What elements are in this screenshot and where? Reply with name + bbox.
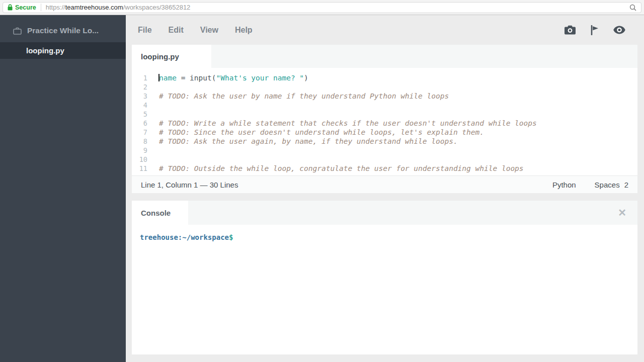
- file-list: looping.py: [0, 42, 126, 59]
- token-string: "What's your name? ": [216, 74, 304, 82]
- token-ident: name: [159, 74, 177, 82]
- main-panel: FileEditViewHelp: [126, 15, 644, 362]
- code-line-11[interactable]: 11# TODO: Outside the while loop, congra…: [132, 164, 637, 173]
- text-cursor: [158, 74, 159, 81]
- code-line-6[interactable]: 6# TODO: Write a while statement that ch…: [132, 119, 637, 128]
- menu-help[interactable]: Help: [235, 26, 253, 35]
- line-number: 9: [132, 146, 147, 155]
- terminal-prompt: treehouse:~/workspace: [140, 233, 229, 241]
- lock-icon: [8, 4, 13, 11]
- token-plain: = input(: [177, 74, 216, 82]
- file-item-looping.py[interactable]: looping.py: [0, 42, 126, 59]
- secure-label: Secure: [15, 4, 36, 11]
- code-line-3[interactable]: 3# TODO: Ask the user by name if they un…: [132, 92, 637, 101]
- line-number: 8: [132, 137, 147, 146]
- treehouse-workspace: { "browser": { "secure_label": "Secure",…: [0, 0, 644, 362]
- eye-icon[interactable]: [613, 26, 625, 34]
- code-editor[interactable]: 1name = input("What's your name? ")23# T…: [132, 68, 637, 175]
- zoom-icon[interactable]: [629, 4, 636, 11]
- menu-bar: FileEditViewHelp: [126, 15, 644, 45]
- project-icon: [13, 27, 22, 35]
- code-line-4[interactable]: 4: [132, 101, 637, 110]
- line-number: 2: [132, 82, 147, 92]
- code-line-1[interactable]: 1name = input("What's your name? "): [132, 73, 637, 82]
- editor-tab-bar: looping.py: [132, 45, 637, 68]
- indent-size: 2: [624, 180, 628, 189]
- pointer-flag-icon[interactable]: [590, 25, 599, 35]
- token-comment: # TODO: Since the user doesn't understan…: [159, 128, 484, 136]
- indent-type: Spaces: [595, 180, 620, 189]
- code-text: # TODO: Write a while statement that che…: [159, 119, 537, 128]
- menu-icon-group: [565, 25, 632, 35]
- editor-tab-looping-py[interactable]: looping.py: [132, 45, 211, 68]
- camera-icon[interactable]: [565, 25, 576, 35]
- line-number: 3: [132, 92, 147, 101]
- console-close-icon[interactable]: ✕: [618, 208, 626, 218]
- code-text: # TODO: Ask the user by name if they und…: [159, 92, 449, 101]
- code-line-9[interactable]: 9: [132, 146, 637, 155]
- code-line-10[interactable]: 10: [132, 155, 637, 164]
- code-text: name = input("What's your name? "): [159, 73, 308, 82]
- token-comment: # TODO: Ask the user again, by name, if …: [159, 137, 458, 145]
- token-comment: # TODO: Ask the user by name if they und…: [159, 92, 449, 100]
- console-panel: Console ✕ treehouse:~/workspace$: [132, 201, 637, 354]
- code-line-2[interactable]: 2: [132, 82, 637, 92]
- project-folder[interactable]: Practice While Lo...: [0, 23, 126, 42]
- project-name: Practice While Lo...: [27, 26, 99, 35]
- menu-items: FileEditViewHelp: [138, 26, 269, 35]
- editor-status-bar: Line 1, Column 1 — 30 Lines Python Space…: [132, 175, 637, 193]
- terminal-prompt-symbol: $: [229, 233, 233, 241]
- cursor-position: Line 1, Column 1 — 30 Lines: [141, 180, 238, 189]
- editor-panel: looping.py 1name = input("What's your na…: [132, 45, 637, 193]
- menu-edit[interactable]: Edit: [169, 26, 184, 35]
- language-indicator[interactable]: Python: [552, 180, 576, 189]
- url-path: /workspaces/38652812: [123, 4, 191, 11]
- terminal[interactable]: treehouse:~/workspace$: [132, 225, 637, 354]
- workspace-body: Practice While Lo... looping.py FileEdit…: [0, 15, 644, 362]
- line-number: 4: [132, 101, 147, 110]
- token-plain: ): [304, 74, 308, 82]
- line-number: 11: [132, 164, 147, 173]
- url-domain: teamtreehouse.com: [65, 4, 123, 11]
- status-right-group: Python Spaces 2: [552, 180, 628, 189]
- line-number: 1: [132, 73, 147, 82]
- url-separator: [41, 4, 41, 11]
- indent-setting[interactable]: Spaces 2: [595, 180, 628, 189]
- line-number: 5: [132, 110, 147, 119]
- url-scheme: https://: [46, 4, 65, 11]
- file-sidebar: Practice While Lo... looping.py: [0, 15, 126, 362]
- line-number: 10: [132, 155, 147, 164]
- menu-file[interactable]: File: [138, 26, 152, 35]
- code-text: # TODO: Since the user doesn't understan…: [159, 128, 484, 137]
- code-line-8[interactable]: 8# TODO: Ask the user again, by name, if…: [132, 137, 637, 146]
- line-number: 6: [132, 119, 147, 128]
- code-text: # TODO: Outside the while loop, congratu…: [159, 164, 524, 173]
- editor-tab-label: looping.py: [141, 52, 179, 61]
- code-text: # TODO: Ask the user again, by name, if …: [159, 137, 458, 146]
- console-tab[interactable]: Console: [132, 201, 188, 225]
- code-line-7[interactable]: 7# TODO: Since the user doesn't understa…: [132, 128, 637, 137]
- console-tab-bar: Console ✕: [132, 201, 637, 225]
- browser-chrome: Secure https://teamtreehouse.com/workspa…: [0, 0, 644, 15]
- token-comment: # TODO: Write a while statement that che…: [159, 119, 537, 127]
- code-line-5[interactable]: 5: [132, 110, 637, 119]
- address-bar[interactable]: Secure https://teamtreehouse.com/workspa…: [3, 2, 641, 13]
- menu-view[interactable]: View: [200, 26, 218, 35]
- line-number: 7: [132, 128, 147, 137]
- console-tab-label: Console: [141, 209, 171, 217]
- token-comment: # TODO: Outside the while loop, congratu…: [159, 164, 524, 172]
